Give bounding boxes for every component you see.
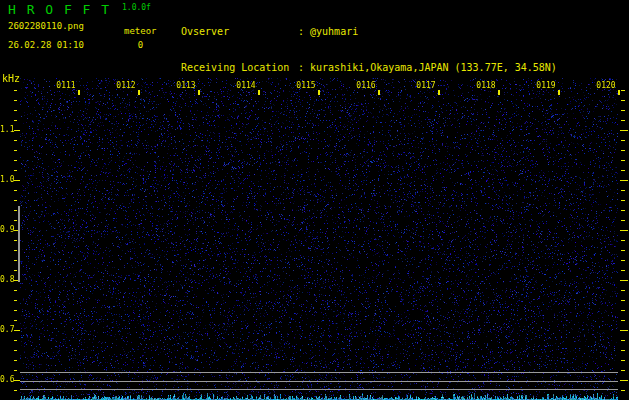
y-axis-tick-label: 1.1: [0, 125, 14, 134]
y-axis-minor-tick: [621, 110, 625, 111]
y-axis-minor-tick: [14, 100, 17, 101]
meteor-counter-value: 0: [124, 40, 157, 50]
y-axis-minor-tick: [621, 90, 625, 91]
y-axis-major-tick: [620, 180, 628, 181]
y-axis-minor-tick: [14, 390, 17, 391]
y-axis-minor-tick: [621, 200, 625, 201]
y-axis-minor-tick: [621, 290, 625, 291]
y-axis-minor-tick: [621, 310, 625, 311]
x-axis-time-label: 0120: [593, 81, 619, 90]
hrofft-window: H R O F F T 1.0.0f 2602280110.png meteor…: [0, 0, 629, 400]
y-axis-minor-tick: [14, 320, 17, 321]
x-axis-time-label: 0117: [413, 81, 439, 90]
y-axis-minor-tick: [621, 250, 625, 251]
y-axis-minor-tick: [14, 210, 17, 211]
x-axis-minute-tick: [198, 90, 200, 95]
y-axis-minor-tick: [621, 220, 625, 221]
y-axis-minor-tick: [14, 250, 17, 251]
y-axis-unit-label: kHz: [2, 73, 20, 84]
meteor-counter-label: meteor: [124, 26, 157, 36]
y-axis-minor-tick: [621, 190, 625, 191]
x-axis-time-label: 0113: [173, 81, 199, 90]
app-title: H R O F F T: [8, 2, 111, 17]
y-axis-minor-tick: [14, 170, 17, 171]
spectrogram-noise-canvas: [20, 78, 618, 400]
x-axis-time-label: 0111: [53, 81, 79, 90]
reference-line: [20, 381, 618, 382]
y-axis-minor-tick: [14, 120, 17, 121]
y-axis-minor-tick: [621, 370, 625, 371]
x-axis-minute-tick: [138, 90, 140, 95]
y-axis-minor-tick: [621, 120, 625, 121]
y-axis-major-tick: [620, 230, 628, 231]
y-axis-minor-tick: [14, 150, 17, 151]
y-axis-minor-tick: [14, 90, 17, 91]
observation-timestamp: 26.02.28 01:10: [8, 40, 84, 50]
output-filename: 2602280110.png: [8, 21, 84, 31]
info-label: Receiving Location: [181, 62, 298, 74]
x-axis-minute-tick: [438, 90, 440, 95]
y-axis-major-tick: [620, 380, 628, 381]
y-axis-minor-tick: [621, 140, 625, 141]
y-axis-minor-tick: [621, 260, 625, 261]
x-axis-time-label: 0119: [533, 81, 559, 90]
y-axis-minor-tick: [14, 290, 17, 291]
y-axis-major-tick: [14, 330, 20, 331]
x-axis-time-label: 0114: [233, 81, 259, 90]
y-axis-minor-tick: [621, 160, 625, 161]
calibration-bar: [18, 206, 20, 282]
y-axis-minor-tick: [621, 320, 625, 321]
x-axis-time-label: 0116: [353, 81, 379, 90]
y-axis-minor-tick: [621, 100, 625, 101]
y-axis-minor-tick: [14, 200, 17, 201]
y-axis-minor-tick: [14, 340, 17, 341]
info-label: Ovserver: [181, 26, 298, 38]
y-axis-minor-tick: [14, 270, 17, 271]
reference-line: [20, 372, 618, 373]
y-axis-minor-tick: [14, 110, 17, 111]
info-value: kurashiki,Okayama,JAPAN (133.77E, 34.58N…: [310, 62, 557, 73]
y-axis-minor-tick: [14, 190, 17, 191]
y-axis-minor-tick: [621, 170, 625, 171]
info-colon: :: [298, 26, 304, 38]
y-axis-major-tick: [620, 130, 628, 131]
reference-line: [20, 389, 618, 390]
x-axis-minute-tick: [258, 90, 260, 95]
info-row-observer: Ovserver:@yuhmari: [181, 26, 557, 38]
x-axis-minute-tick: [318, 90, 320, 95]
info-row-location: Receiving Location:kurashiki,Okayama,JAP…: [181, 62, 557, 74]
y-axis-minor-tick: [14, 220, 17, 221]
y-axis-tick-label: 0.8: [0, 275, 14, 284]
y-axis-tick-label: 1.0: [0, 175, 14, 184]
x-axis-time-label: 0115: [293, 81, 319, 90]
y-axis-minor-tick: [621, 390, 625, 391]
y-axis-minor-tick: [621, 150, 625, 151]
y-axis-minor-tick: [14, 160, 17, 161]
y-axis-minor-tick: [14, 350, 17, 351]
y-axis-minor-tick: [621, 300, 625, 301]
x-axis-minute-tick: [498, 90, 500, 95]
y-axis-minor-tick: [14, 300, 17, 301]
y-axis-tick-label: 0.7: [0, 325, 14, 334]
y-axis-minor-tick: [14, 260, 17, 261]
info-value: @yuhmari: [310, 26, 358, 37]
y-axis-tick-label: 0.6: [0, 375, 14, 384]
x-axis-minute-tick: [78, 90, 80, 95]
y-axis-minor-tick: [621, 360, 625, 361]
y-axis-minor-tick: [14, 140, 17, 141]
info-colon: :: [298, 62, 304, 74]
x-axis-minute-tick: [618, 90, 620, 95]
y-axis-major-tick: [620, 280, 628, 281]
x-axis-minute-tick: [558, 90, 560, 95]
y-axis-tick-label: 0.9: [0, 225, 14, 234]
y-axis-major-tick: [14, 180, 20, 181]
y-axis-minor-tick: [621, 210, 625, 211]
y-axis-major-tick: [14, 130, 20, 131]
y-axis-minor-tick: [14, 360, 17, 361]
app-version: 1.0.0f: [122, 3, 151, 12]
y-axis-minor-tick: [621, 270, 625, 271]
y-axis-minor-tick: [621, 350, 625, 351]
y-axis-minor-tick: [621, 240, 625, 241]
y-axis-major-tick: [620, 330, 628, 331]
y-axis-minor-tick: [621, 340, 625, 341]
